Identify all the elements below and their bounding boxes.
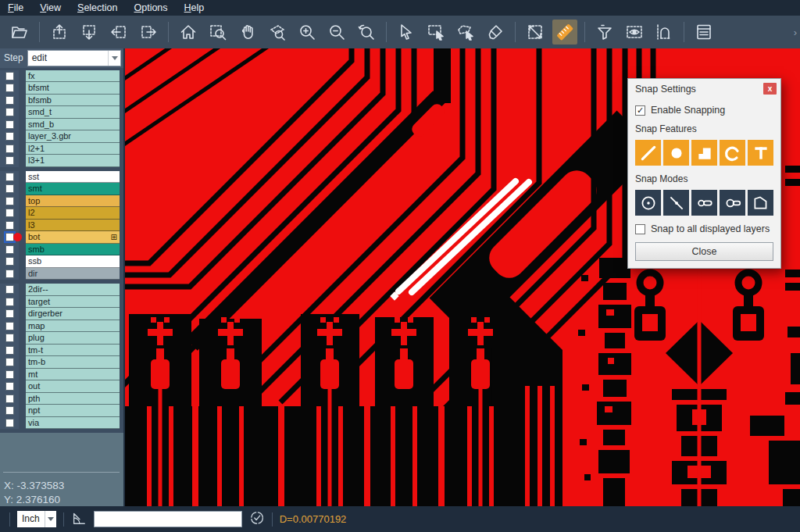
layer-row-plug[interactable]: plug: [0, 332, 123, 345]
layer-row-layer_3.gbr[interactable]: layer_3.gbr: [0, 130, 123, 143]
layer-checkbox[interactable]: [5, 233, 14, 241]
layer-row-tm-t[interactable]: tm-t: [0, 345, 123, 357]
snap-line-icon[interactable]: [635, 140, 661, 166]
layer-checkbox[interactable]: [5, 419, 14, 427]
zoom-area-icon[interactable]: [205, 20, 230, 45]
layer-checkbox[interactable]: [5, 334, 14, 342]
menu-selection[interactable]: Selection: [76, 2, 126, 13]
layer-checkbox[interactable]: [5, 96, 14, 105]
layer-checkbox[interactable]: [5, 382, 14, 391]
menu-options[interactable]: Options: [132, 2, 176, 13]
layer-row-l2+1[interactable]: l2+1: [0, 143, 123, 155]
layer-row-smt[interactable]: smt: [0, 183, 123, 195]
layer-row-tm-b[interactable]: tm-b: [0, 356, 123, 369]
layer-row-fx[interactable]: fx: [0, 70, 123, 83]
layer-checkbox[interactable]: [5, 370, 14, 379]
layer-checkbox[interactable]: [5, 285, 14, 294]
layer-row-smb[interactable]: smb: [0, 244, 123, 256]
pan-left-icon[interactable]: [106, 20, 131, 45]
layer-checkbox[interactable]: [5, 72, 14, 80]
layer-row-npt[interactable]: npt: [0, 405, 123, 417]
command-input[interactable]: [94, 511, 242, 527]
enable-snapping-checkbox[interactable]: ✓: [635, 105, 645, 116]
layer-row-bfsmb[interactable]: bfsmb: [0, 95, 123, 107]
layer-checkbox[interactable]: [5, 309, 14, 318]
ruler-icon[interactable]: [552, 20, 577, 45]
layer-checkbox[interactable]: [5, 120, 14, 129]
snap-slot-outline-icon[interactable]: [720, 190, 745, 216]
layer-checkbox[interactable]: [5, 156, 14, 165]
layer-row-smd_t[interactable]: smd_t: [0, 106, 123, 119]
layer-row-l3+1[interactable]: l3+1: [0, 155, 123, 167]
angle-corner-icon[interactable]: [71, 510, 87, 529]
snap-surface-icon[interactable]: [691, 140, 717, 166]
measure-path-icon[interactable]: [652, 20, 677, 45]
snap-all-layers-row[interactable]: Snap to all displayed layers: [635, 223, 773, 234]
layer-checkbox[interactable]: [5, 406, 14, 415]
layer-row-ssb[interactable]: ssb: [0, 255, 123, 268]
zoom-poly-icon[interactable]: [265, 20, 290, 45]
pan-down-icon[interactable]: [77, 20, 102, 45]
step-dropdown[interactable]: edit: [27, 50, 121, 66]
layer-row-dirgerber[interactable]: dirgerber: [0, 308, 123, 320]
layer-row-out[interactable]: out: [0, 380, 123, 393]
pan-up-icon[interactable]: [47, 20, 72, 45]
menu-view[interactable]: View: [38, 2, 70, 13]
layer-checkbox[interactable]: [5, 358, 14, 366]
layer-checkbox[interactable]: [5, 270, 14, 278]
pan-right-icon[interactable]: [136, 20, 161, 45]
pan-hand-icon[interactable]: [235, 20, 260, 45]
layer-row-mt[interactable]: mt: [0, 369, 123, 381]
select-cursor-icon[interactable]: [394, 20, 419, 45]
layer-checkbox[interactable]: [5, 322, 14, 330]
snap-slot-end-icon[interactable]: [691, 190, 717, 216]
close-button[interactable]: Close: [635, 242, 773, 261]
snap-text-icon[interactable]: [748, 140, 773, 166]
layer-checkbox[interactable]: [5, 173, 14, 181]
select-poly-icon[interactable]: [453, 20, 478, 45]
zoom-in-icon[interactable]: [295, 20, 320, 45]
close-icon[interactable]: x: [763, 83, 777, 95]
layer-checkbox[interactable]: [5, 346, 14, 355]
layer-checkbox[interactable]: [5, 245, 14, 254]
layer-row-map[interactable]: map: [0, 320, 123, 333]
snap-all-layers-checkbox[interactable]: [635, 224, 645, 234]
layer-row-l2[interactable]: l2: [0, 207, 123, 220]
unit-dropdown[interactable]: Inch: [17, 511, 56, 527]
confirm-circle-icon[interactable]: [249, 510, 265, 529]
enable-snapping-row[interactable]: ✓ Enable Snapping: [635, 105, 773, 116]
layer-row-top[interactable]: top: [0, 195, 123, 208]
layer-checkbox[interactable]: [5, 209, 14, 217]
toolbar-overflow-chevron[interactable]: ›: [794, 27, 797, 38]
filter-icon[interactable]: [592, 20, 617, 45]
layer-checkbox[interactable]: [5, 108, 14, 116]
layer-checkbox[interactable]: [5, 395, 14, 403]
snap-center-icon[interactable]: [635, 190, 661, 216]
show-selection-icon[interactable]: [622, 20, 647, 45]
layer-checkbox[interactable]: [5, 145, 14, 153]
layer-row-2dir--[interactable]: 2dir--: [0, 284, 123, 296]
zoom-home-icon[interactable]: [176, 20, 201, 45]
open-file-icon[interactable]: [7, 20, 32, 45]
paint-select-icon[interactable]: [483, 20, 508, 45]
layer-row-bot[interactable]: bot⊞: [0, 231, 123, 244]
layer-row-via[interactable]: via: [0, 417, 123, 430]
snap-on-feature-icon[interactable]: [663, 190, 689, 216]
snap-pad-icon[interactable]: [663, 140, 689, 166]
layer-checkbox[interactable]: [5, 132, 14, 141]
select-area-icon[interactable]: [423, 20, 448, 45]
menu-help[interactable]: Help: [183, 2, 213, 13]
snap-arc-icon[interactable]: [720, 140, 745, 166]
layer-row-pth[interactable]: pth: [0, 393, 123, 405]
layer-checkbox[interactable]: [5, 298, 14, 306]
snap-vertex-icon[interactable]: [748, 190, 773, 216]
layer-checkbox[interactable]: [5, 221, 14, 230]
layer-row-l3[interactable]: l3: [0, 220, 123, 232]
report-icon[interactable]: [691, 20, 716, 45]
layer-checkbox[interactable]: [5, 197, 14, 205]
layer-row-target[interactable]: target: [0, 296, 123, 309]
measure-distance-icon[interactable]: [523, 20, 548, 45]
zoom-out-icon[interactable]: [324, 20, 349, 45]
layer-checkbox[interactable]: [5, 257, 14, 266]
layer-row-dir[interactable]: dir: [0, 268, 123, 280]
